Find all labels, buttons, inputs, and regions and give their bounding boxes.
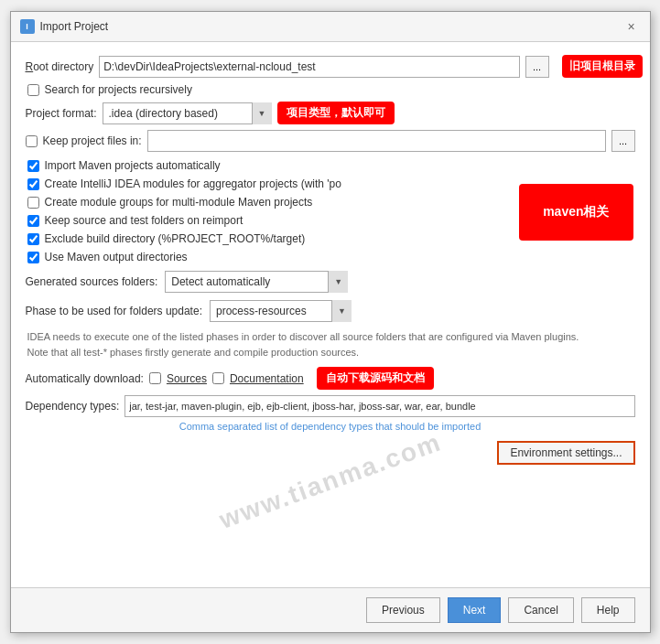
watermark: www.tianma.com xyxy=(25,359,635,587)
use-maven-output-row: Use Maven output directories xyxy=(26,251,635,263)
keep-project-files-browse-button[interactable]: ... xyxy=(611,130,635,152)
generated-sources-select-wrapper: Detect automatically ▼ xyxy=(165,271,348,293)
keep-source-checkbox[interactable] xyxy=(27,215,39,227)
phase-select-wrapper: process-resources ▼ xyxy=(210,300,352,322)
use-maven-output-label: Use Maven output directories xyxy=(45,251,188,263)
search-recursive-checkbox[interactable] xyxy=(27,84,39,96)
help-button[interactable]: Help xyxy=(581,597,635,623)
info-text-line2: Note that all test-* phases firstly gene… xyxy=(27,347,360,358)
import-maven-label: Import Maven projects automatically xyxy=(45,159,221,172)
auto-download-row: Automatically download: Sources Document… xyxy=(26,367,635,390)
cancel-button[interactable]: Cancel xyxy=(508,597,573,623)
dialog-title: Import Project xyxy=(40,20,109,33)
close-button[interactable]: × xyxy=(622,17,641,36)
create-intellij-checkbox[interactable] xyxy=(27,178,39,190)
env-settings-button[interactable]: Environment settings... xyxy=(497,441,634,465)
import-maven-checkbox[interactable] xyxy=(27,160,39,172)
generated-sources-select[interactable]: Detect automatically xyxy=(165,271,348,293)
generated-sources-label: Generated sources folders: xyxy=(26,275,158,288)
root-dir-label-text: oot directory xyxy=(33,60,93,73)
auto-download-annotation: 自动下载源码和文档 xyxy=(317,367,434,390)
project-type-annotation: 项目类型，默认即可 xyxy=(277,102,395,124)
next-button[interactable]: Next xyxy=(448,597,502,623)
exclude-build-label: Exclude build directory (%PROJECT_ROOT%/… xyxy=(45,232,306,245)
maven-annotation: maven相关 xyxy=(519,184,633,241)
search-recursive-row: Search for projects recursively xyxy=(26,83,635,96)
create-module-groups-checkbox[interactable] xyxy=(27,197,39,209)
import-project-dialog: I Import Project × Root directory ... 旧项… xyxy=(10,11,651,633)
info-text-line1: IDEA needs to execute one of the listed … xyxy=(27,331,579,342)
previous-button[interactable]: Previous xyxy=(366,597,440,623)
project-format-label: Project format: xyxy=(26,107,97,120)
root-directory-browse-button[interactable]: ... xyxy=(525,56,549,78)
documentation-checkbox[interactable] xyxy=(212,372,224,384)
dialog-content: Root directory ... 旧项目根目录 Search for pro… xyxy=(11,42,650,587)
create-intellij-label: Create IntelliJ IDEA modules for aggrega… xyxy=(45,177,341,190)
keep-project-files-label: Keep project files in: xyxy=(43,134,142,147)
sources-checkbox[interactable] xyxy=(149,372,161,384)
helper-text: Comma separated list of dependency types… xyxy=(26,421,635,432)
dependency-types-label: Dependency types: xyxy=(26,400,120,413)
auto-download-label: Automatically download: xyxy=(26,372,144,385)
root-directory-label: Root directory xyxy=(26,60,94,73)
project-format-select-wrapper: .idea (directory based) ▼ xyxy=(103,102,272,124)
keep-project-files-input[interactable] xyxy=(147,130,606,152)
documentation-label: Documentation xyxy=(230,372,304,385)
search-recursive-label: Search for projects recursively xyxy=(45,83,192,96)
env-settings-row: Environment settings... xyxy=(26,441,635,465)
project-format-select[interactable]: .idea (directory based) xyxy=(103,102,272,124)
info-text: IDEA needs to execute one of the listed … xyxy=(26,329,635,360)
sources-label: Sources xyxy=(167,372,207,385)
use-maven-output-checkbox[interactable] xyxy=(27,252,39,263)
phase-label: Phase to be used for folders update: xyxy=(26,305,202,317)
root-dir-underline: R xyxy=(26,60,34,73)
exclude-build-checkbox[interactable] xyxy=(27,233,39,245)
import-maven-row: Import Maven projects automatically xyxy=(26,159,635,172)
keep-project-files-row: Keep project files in: ... xyxy=(26,130,635,152)
dialog-footer: Previous Next Cancel Help xyxy=(11,587,650,632)
phase-select[interactable]: process-resources xyxy=(210,300,352,322)
title-bar: I Import Project × xyxy=(11,12,650,42)
title-bar-left: I Import Project xyxy=(20,19,109,34)
generated-sources-row: Generated sources folders: Detect automa… xyxy=(26,271,635,293)
keep-project-files-checkbox[interactable] xyxy=(26,135,38,147)
root-directory-input[interactable] xyxy=(99,56,519,78)
create-module-groups-label: Create module groups for multi-module Ma… xyxy=(45,196,313,209)
dialog-icon: I xyxy=(20,19,35,34)
project-format-row: Project format: .idea (directory based) … xyxy=(26,102,635,124)
dependency-types-row: Dependency types: xyxy=(26,395,635,417)
keep-source-label: Keep source and test folders on reimport xyxy=(45,214,243,227)
root-dir-annotation: 旧项目根目录 xyxy=(562,55,643,78)
phase-row: Phase to be used for folders update: pro… xyxy=(26,300,635,322)
root-directory-row: Root directory ... 旧项目根目录 xyxy=(26,55,635,78)
dependency-types-input[interactable] xyxy=(124,395,634,417)
